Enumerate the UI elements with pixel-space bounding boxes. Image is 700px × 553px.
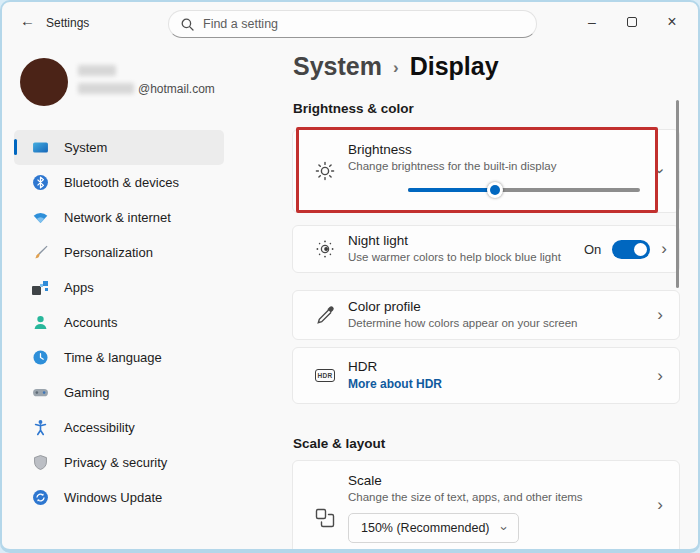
sidebar-item-label: System — [64, 140, 107, 155]
search-icon — [181, 18, 194, 31]
wifi-icon — [32, 209, 49, 226]
brightness-sun-icon — [312, 158, 338, 184]
night-light-text: Night light Use warmer colors to help bl… — [348, 233, 561, 263]
window-controls: – × — [572, 8, 692, 36]
accessibility-person-icon — [32, 419, 49, 436]
night-light-icon — [312, 236, 338, 262]
scale-title: Scale — [348, 473, 583, 488]
search-box[interactable] — [168, 10, 537, 38]
brightness-text: Brightness Change brightness for the bui… — [348, 142, 556, 172]
paintbrush-icon — [32, 244, 49, 261]
system-monitor-icon — [32, 139, 49, 156]
sidebar-item-label: Personalization — [64, 245, 153, 260]
sidebar: @hotmail.com System Bluetooth & devices … — [12, 46, 280, 549]
chevron-down-icon: › — [496, 526, 511, 530]
chevron-right-icon[interactable]: › — [661, 239, 667, 259]
night-light-subtitle: Use warmer colors to help block blue lig… — [348, 251, 561, 263]
brightness-title: Brightness — [348, 142, 556, 157]
shield-icon — [32, 454, 49, 471]
breadcrumb: System › Display — [293, 52, 499, 81]
blurred-email-prefix — [78, 83, 134, 94]
bluetooth-icon — [32, 174, 49, 191]
sidebar-item-apps[interactable]: Apps — [14, 270, 224, 305]
chevron-right-icon[interactable]: › — [657, 305, 663, 325]
scale-dropdown-value: 150% (Recommended) — [361, 521, 490, 535]
person-icon — [32, 314, 49, 331]
sidebar-item-system[interactable]: System — [14, 130, 224, 165]
brightness-card[interactable]: Brightness Change brightness for the bui… — [292, 129, 680, 213]
scale-subtitle: Change the size of text, apps, and other… — [348, 491, 583, 503]
avatar[interactable] — [20, 58, 68, 106]
hdr-card[interactable]: HDR HDR More about HDR › — [292, 347, 680, 404]
sidebar-item-network-internet[interactable]: Network & internet — [14, 200, 224, 235]
scale-icon — [312, 505, 338, 531]
sidebar-item-time-language[interactable]: Time & language — [14, 340, 224, 375]
apps-grid-icon — [32, 280, 49, 296]
hdr-badge-icon: HDR — [312, 363, 338, 389]
sidebar-item-windows-update[interactable]: Windows Update — [14, 480, 224, 515]
gamepad-icon — [32, 384, 49, 401]
sidebar-item-gaming[interactable]: Gaming — [14, 375, 224, 410]
maximize-icon — [627, 17, 637, 27]
search-input[interactable] — [203, 17, 524, 31]
sidebar-item-label: Bluetooth & devices — [64, 175, 179, 190]
breadcrumb-parent[interactable]: System — [293, 52, 382, 81]
hdr-more-link[interactable]: More about HDR — [348, 377, 442, 391]
back-icon[interactable]: ← — [20, 12, 35, 29]
night-light-title: Night light — [348, 233, 561, 248]
user-email: @hotmail.com — [138, 82, 215, 96]
sidebar-item-privacy-security[interactable]: Privacy & security — [14, 445, 224, 480]
sidebar-nav: System Bluetooth & devices Network & int… — [14, 130, 224, 515]
night-light-card[interactable]: Night light Use warmer colors to help bl… — [292, 225, 680, 273]
sidebar-item-label: Windows Update — [64, 490, 162, 505]
breadcrumb-separator-icon: › — [393, 58, 399, 78]
brightness-slider[interactable] — [408, 188, 640, 192]
section-brightness-color: Brightness & color — [293, 101, 414, 116]
color-profile-subtitle: Determine how colors appear on your scre… — [348, 317, 577, 329]
titlebar: ← Settings – × — [2, 2, 698, 46]
hdr-title: HDR — [348, 359, 442, 374]
section-scale-layout: Scale & layout — [293, 436, 385, 451]
hdr-text: HDR More about HDR — [348, 359, 442, 391]
night-light-toggle[interactable] — [612, 240, 650, 259]
page-title: Display — [410, 52, 499, 81]
sidebar-item-label: Network & internet — [64, 210, 171, 225]
color-profile-title: Color profile — [348, 299, 577, 314]
brightness-slider-thumb[interactable] — [487, 182, 503, 198]
eyedropper-icon — [312, 302, 338, 328]
brightness-subtitle: Change brightness for the built-in displ… — [348, 160, 556, 172]
sidebar-item-label: Accessibility — [64, 420, 135, 435]
scale-text: Scale Change the size of text, apps, and… — [348, 473, 583, 503]
brightness-slider-fill — [408, 188, 494, 192]
close-button[interactable]: × — [652, 8, 692, 36]
sidebar-item-label: Privacy & security — [64, 455, 167, 470]
maximize-button[interactable] — [612, 8, 652, 36]
sidebar-item-label: Accounts — [64, 315, 117, 330]
clock-globe-icon — [32, 349, 49, 366]
chevron-down-icon[interactable]: › — [650, 168, 670, 174]
settings-window: ← Settings – × @hotmail.com System — [0, 0, 700, 553]
sidebar-item-label: Gaming — [64, 385, 110, 400]
sidebar-item-personalization[interactable]: Personalization — [14, 235, 224, 270]
vertical-scrollbar[interactable] — [676, 100, 679, 288]
sidebar-item-accounts[interactable]: Accounts — [14, 305, 224, 340]
main-content: System › Display Brightness & color Brig… — [292, 46, 680, 553]
chevron-right-icon[interactable]: › — [657, 495, 663, 515]
night-light-controls: On › — [584, 239, 667, 259]
toggle-knob — [634, 243, 647, 256]
sidebar-item-label: Apps — [64, 280, 94, 295]
sidebar-item-label: Time & language — [64, 350, 162, 365]
scale-dropdown[interactable]: 150% (Recommended) › — [348, 513, 519, 543]
app-title: Settings — [46, 16, 89, 30]
toggle-state-label: On — [584, 242, 601, 257]
color-profile-text: Color profile Determine how colors appea… — [348, 299, 577, 329]
blurred-user-name — [78, 65, 116, 76]
scale-card[interactable]: Scale Change the size of text, apps, and… — [292, 460, 680, 553]
minimize-button[interactable]: – — [572, 8, 612, 36]
color-profile-card[interactable]: Color profile Determine how colors appea… — [292, 290, 680, 340]
sidebar-item-accessibility[interactable]: Accessibility — [14, 410, 224, 445]
chevron-right-icon[interactable]: › — [657, 366, 663, 386]
sidebar-item-bluetooth-devices[interactable]: Bluetooth & devices — [14, 165, 224, 200]
update-arrows-icon — [32, 489, 49, 506]
